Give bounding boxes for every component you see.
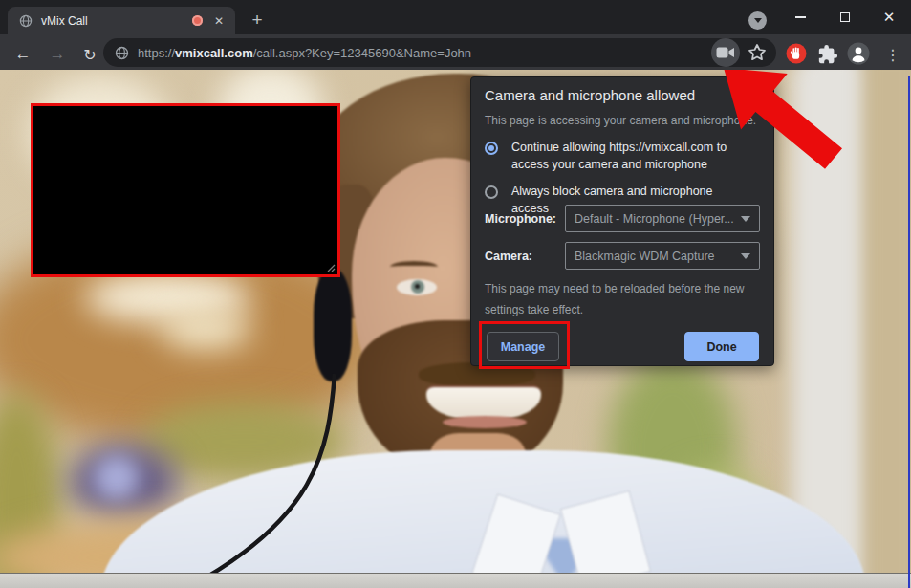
url-text[interactable]: https://vmixcall.com/call.aspx?Key=12345… <box>138 46 711 60</box>
url-path: /call.aspx?Key=12345690&Name=John <box>253 46 471 60</box>
camera-field-row: Camera: Blackmagic WDM Capture <box>485 242 762 270</box>
radio-option-continue-allowing[interactable]: Continue allowing https://vmixcall.com t… <box>481 139 768 173</box>
camera-permission-popup: ✕ Camera and microphone allowed This pag… <box>470 76 774 366</box>
radio-button-icon[interactable] <box>485 185 498 199</box>
microphone-select[interactable]: Default - Microphone (Hyper... <box>565 205 760 232</box>
browser-window: vMix Call ✕ + ✕ ← → ↻ https://vmixcall.c… <box>0 0 911 588</box>
headset-earcup <box>314 269 352 381</box>
microphone-value: Default - Microphone (Hyper... <box>575 212 741 226</box>
url-domain: vmixcall.com <box>175 46 253 60</box>
site-info-globe-icon[interactable] <box>115 46 129 60</box>
recording-indicator-icon <box>192 15 203 26</box>
reload-note: This page may need to be reloaded before… <box>485 278 764 320</box>
ceiling-light <box>161 311 251 349</box>
camera-select[interactable]: Blackmagic WDM Capture <box>565 242 760 270</box>
popup-title: Camera and microphone allowed <box>485 87 695 103</box>
url-scheme: https:// <box>138 46 175 60</box>
back-icon[interactable]: ← <box>10 41 36 68</box>
browser-toolbar: ← → ↻ https://vmixcall.com/call.aspx?Key… <box>0 34 911 70</box>
new-tab-button[interactable]: + <box>245 8 270 33</box>
radio-button-icon[interactable] <box>485 142 498 155</box>
menu-kebab-icon[interactable]: ⋮ <box>879 41 906 68</box>
bookmark-star-icon[interactable] <box>748 43 767 62</box>
tab-close-icon[interactable]: ✕ <box>210 12 228 30</box>
camera-label: Camera: <box>485 250 565 263</box>
tab-title: vMix Call <box>41 14 192 28</box>
dropdown-caret-icon <box>741 253 750 259</box>
camera-value: Blackmagic WDM Capture <box>575 250 741 263</box>
microphone-label: Microphone: <box>485 212 565 226</box>
forward-icon[interactable]: → <box>44 41 71 68</box>
manage-button[interactable]: Manage <box>487 332 559 361</box>
globe-favicon-icon <box>19 14 33 28</box>
background-shape <box>94 455 140 501</box>
adblocker-hand-icon[interactable] <box>786 43 807 64</box>
resize-handle-icon[interactable] <box>326 263 336 272</box>
popup-subtitle: This page is accessing your camera and m… <box>485 114 756 127</box>
camera-indicator-icon[interactable] <box>711 38 740 67</box>
wall-edge <box>862 70 911 588</box>
profile-avatar-icon[interactable] <box>847 42 870 65</box>
chevron-down-icon[interactable] <box>748 11 767 30</box>
window-maximize-button[interactable] <box>823 0 867 34</box>
address-bar[interactable]: https://vmixcall.com/call.aspx?Key=12345… <box>103 38 776 67</box>
person-pupil <box>415 284 420 289</box>
extensions-puzzle-icon[interactable] <box>817 44 838 65</box>
window-minimize-button[interactable] <box>778 0 822 34</box>
tab-vmix-call[interactable]: vMix Call ✕ <box>8 7 235 34</box>
window-close-button[interactable]: ✕ <box>867 0 911 34</box>
tab-bar: vMix Call ✕ + ✕ <box>0 0 911 34</box>
reload-icon[interactable]: ↻ <box>76 41 103 68</box>
dropdown-caret-icon <box>741 216 750 222</box>
person-lip <box>443 416 527 428</box>
video-preview[interactable] <box>31 103 340 277</box>
microphone-field-row: Microphone: Default - Microphone (Hyper.… <box>485 205 762 232</box>
done-button[interactable]: Done <box>684 332 759 361</box>
popup-close-icon[interactable]: ✕ <box>750 80 766 96</box>
radio-label: Continue allowing https://vmixcall.com t… <box>511 139 748 173</box>
person-eyebrow <box>390 261 438 272</box>
desk-edge <box>0 573 911 588</box>
window-edge-highlight <box>908 76 910 588</box>
